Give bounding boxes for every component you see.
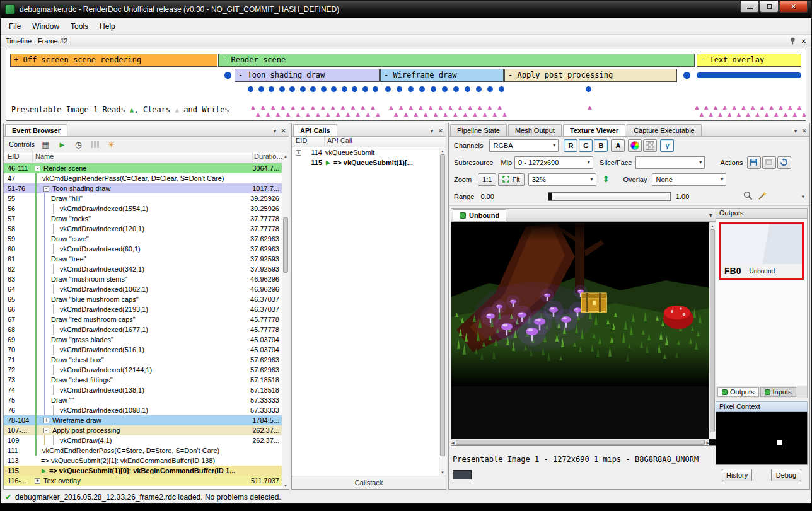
event-row[interactable]: 61Draw "tree"37.92593: [4, 254, 282, 264]
save-texture-button[interactable]: [747, 156, 761, 169]
event-row[interactable]: 115▶=> vkQueueSubmit(1)[0]: vkBeginComma…: [4, 466, 282, 476]
column-api-call[interactable]: API Call: [325, 137, 446, 147]
write-marker-icon[interactable]: ▲: [773, 110, 780, 118]
draw-call-dot[interactable]: [362, 86, 368, 92]
write-marker-icon[interactable]: ▲: [275, 110, 282, 118]
write-marker-icon[interactable]: ▲: [315, 110, 322, 118]
write-marker-icon[interactable]: ▲: [736, 110, 743, 118]
write-marker-icon[interactable]: ▲: [284, 110, 291, 118]
api-call-row[interactable]: 115▶=> vkQueueSubmit(1)[...: [292, 158, 439, 168]
pixel-context-view[interactable]: [716, 412, 808, 465]
write-marker-icon[interactable]: ▲: [491, 110, 498, 118]
event-browser-scrollbar[interactable]: [282, 152, 289, 489]
zoom-range-button[interactable]: [743, 191, 753, 202]
event-row[interactable]: 59Draw "cave"37.62963: [4, 234, 282, 244]
panel-menu-icon[interactable]: [794, 126, 798, 135]
menu-file[interactable]: File: [3, 20, 26, 33]
channel-a-button[interactable]: A: [611, 139, 625, 152]
tab-event-browser[interactable]: Event Browser: [5, 124, 67, 136]
write-marker-icon[interactable]: ▲: [726, 110, 733, 118]
timeline-bar[interactable]: - Wireframe draw: [380, 69, 504, 82]
write-marker-icon[interactable]: ▲: [294, 110, 301, 118]
draw-call-dot[interactable]: [258, 86, 264, 92]
debug-button[interactable]: Debug: [771, 469, 801, 481]
draw-call-dot[interactable]: [373, 86, 378, 92]
expander-icon[interactable]: +: [296, 150, 301, 156]
texture-tab-unbound[interactable]: Unbound: [453, 209, 506, 221]
tab-mesh-output[interactable]: Mesh Output: [508, 124, 562, 136]
menu-window[interactable]: Window: [26, 20, 65, 33]
write-marker-icon[interactable]: ▲: [304, 110, 311, 118]
scroll-up-icon[interactable]: [709, 222, 716, 229]
expander-icon[interactable]: -: [44, 428, 49, 433]
scrollbar-thumb[interactable]: [456, 440, 705, 445]
texture-image[interactable]: [451, 222, 710, 386]
draw-call-dot[interactable]: [269, 86, 274, 92]
draw-call-dot[interactable]: [431, 86, 436, 92]
event-row[interactable]: 47vkCmdBeginRenderPass(C=Clear, D=Clear,…: [4, 173, 282, 183]
write-marker-icon[interactable]: ▲: [586, 103, 593, 111]
event-row[interactable]: 62vkCmdDrawIndexed(342,1)37.92593: [4, 264, 282, 274]
tabstrip-overflow-icon[interactable]: ▾: [709, 212, 712, 219]
tab-texture-viewer[interactable]: Texture Viewer: [563, 124, 625, 136]
scrollbar-thumb[interactable]: [710, 229, 715, 432]
scroll-down-icon[interactable]: [282, 482, 289, 489]
timeline-draws-pill[interactable]: [697, 72, 801, 78]
fb0-thumbnail[interactable]: FB0 Unbound: [719, 222, 804, 280]
callstack-section[interactable]: Callstack: [292, 476, 446, 489]
scroll-down-icon[interactable]: [439, 469, 446, 476]
maximize-button[interactable]: [760, 1, 779, 13]
menu-tools[interactable]: Tools: [65, 20, 94, 33]
show-times-icon[interactable]: ◷: [73, 139, 84, 150]
event-row[interactable]: 69Draw "grass blades"45.03704: [4, 335, 282, 345]
event-row[interactable]: 72vkCmdDrawIndexed(12144,1)57.62963: [4, 365, 282, 375]
event-row[interactable]: 51-76-Toon shading draw1017.7...: [4, 183, 282, 193]
durations-icon[interactable]: [90, 139, 100, 150]
draw-call-dot[interactable]: [419, 86, 425, 92]
zoom-fit-button[interactable]: Fit: [498, 173, 524, 186]
event-row[interactable]: 111vkCmdEndRenderPass(C=Store, D=Store, …: [4, 445, 282, 456]
write-marker-icon[interactable]: ▲: [432, 110, 439, 118]
draw-call-dot[interactable]: [310, 86, 316, 92]
write-marker-icon[interactable]: ▲: [442, 110, 449, 118]
api-call-row[interactable]: +114vkQueueSubmit: [292, 147, 439, 158]
draw-call-dot[interactable]: [248, 86, 253, 92]
draw-call-dot[interactable]: [397, 86, 402, 92]
find-event-icon[interactable]: ▦: [40, 139, 51, 150]
expander-icon[interactable]: -: [44, 186, 49, 192]
zoom-level-combo[interactable]: 32%: [528, 173, 596, 186]
write-marker-icon[interactable]: ▲: [461, 110, 468, 118]
flip-y-icon[interactable]: ⇕: [603, 175, 610, 184]
draw-call-dot[interactable]: [300, 86, 306, 92]
write-marker-icon[interactable]: ▲: [325, 110, 332, 118]
panel-close-icon[interactable]: [281, 126, 286, 135]
panel-menu-icon[interactable]: [274, 126, 277, 135]
event-row[interactable]: 57Draw "rocks"37.77778: [4, 214, 282, 224]
event-row[interactable]: 55Draw "hill"39.25926: [4, 193, 282, 204]
range-black-handle[interactable]: [548, 193, 552, 200]
close-button[interactable]: [779, 1, 808, 13]
event-row[interactable]: 65Draw "blue mushroom caps"46.37037: [4, 294, 282, 304]
write-marker-icon[interactable]: ▲: [422, 110, 429, 118]
write-marker-icon[interactable]: ▲: [801, 110, 806, 118]
titlebar[interactable]: debugmarker.rdc - RenderDoc Unofficial r…: [1, 1, 811, 18]
panel-close-icon[interactable]: [438, 126, 443, 135]
background-checker-button[interactable]: [643, 139, 657, 152]
refresh-button[interactable]: [777, 156, 791, 169]
draw-call-dot[interactable]: [331, 86, 337, 92]
range-min-value[interactable]: 0.00: [480, 193, 494, 200]
write-marker-icon[interactable]: ▲: [335, 110, 342, 118]
expander-icon[interactable]: -: [35, 166, 40, 171]
draw-call-dot[interactable]: [352, 86, 357, 92]
tab-inputs[interactable]: Inputs: [760, 387, 796, 397]
event-row[interactable]: 113=> vkQueueSubmit(2)[1]: vkEndCommandB…: [4, 456, 282, 466]
pin-icon[interactable]: [789, 37, 796, 45]
write-marker-icon[interactable]: ▲: [763, 110, 770, 118]
open-texture-list-button[interactable]: [762, 156, 776, 169]
scroll-up-icon[interactable]: [282, 152, 289, 159]
api-calls-scrollbar[interactable]: [439, 147, 446, 476]
timeline-bar[interactable]: + Off-screen scene rendering: [10, 54, 218, 67]
scrollbar-thumb[interactable]: [440, 154, 445, 456]
write-marker-icon[interactable]: ▲: [698, 110, 705, 118]
column-eid[interactable]: EID: [292, 137, 325, 147]
